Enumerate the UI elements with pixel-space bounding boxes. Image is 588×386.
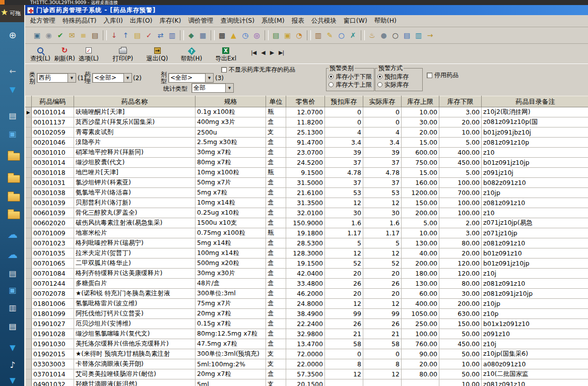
table-cell[interactable]: 00602020 <box>32 218 74 228</box>
table-cell[interactable]: 0.1g x100粒 <box>195 107 266 117</box>
radio-icon[interactable] <box>329 74 334 79</box>
table-cell[interactable]: 32.9800 <box>286 329 325 339</box>
table-cell[interactable]: 23.0700 <box>286 148 325 158</box>
chevron-down-icon[interactable]: ▼ <box>123 74 132 82</box>
row-selector[interactable] <box>26 259 32 269</box>
table-row[interactable]: 00702078★(诺和锐 特充)门冬胰岛素注射液300单位:3ml盒46.20… <box>26 289 588 299</box>
table-cell[interactable]: 3.00 <box>439 228 482 238</box>
table-cell[interactable]: 支 <box>266 349 286 359</box>
menu-item[interactable]: 查询统计(S) <box>220 17 254 25</box>
table-cell[interactable]: 20 <box>363 289 402 299</box>
menu-item[interactable]: 报表 <box>292 17 304 25</box>
table-cell[interactable]: 0.25ug x10粒 <box>195 208 266 218</box>
monitor-icon[interactable]: ▣ <box>4 285 21 295</box>
table-cell[interactable]: 150.00 <box>439 319 482 329</box>
column-header[interactable]: 库存上限 <box>402 96 439 107</box>
table-cell[interactable]: 瓶 <box>266 168 286 178</box>
table-cell[interactable]: 01902015 <box>32 349 74 359</box>
cloud-icon[interactable]: ☁ <box>4 229 21 239</box>
menu-item[interactable]: 出库(O) <box>130 17 153 25</box>
table-cell[interactable]: 50.00 <box>439 349 482 359</box>
table-cell[interactable]: z081z091z10 <box>482 238 588 248</box>
table-cell[interactable]: 450.00 <box>439 339 482 349</box>
table-cell[interactable]: 30mg x30片 <box>195 269 266 279</box>
nav-next-button[interactable]: ▶ <box>270 49 274 56</box>
title-bar[interactable]: 门诊西药房管理子系统 - [药品库存预警] <box>25 5 588 15</box>
table-cell[interactable]: 美托洛尔缓释片(倍他乐克缓释片) <box>74 339 195 349</box>
stat-type-select[interactable]: 全部 ▼ <box>191 83 234 93</box>
table-cell[interactable]: z10 <box>482 208 588 218</box>
sphere-icon[interactable]: ● <box>378 30 389 41</box>
table-row[interactable]: 04901032羟糖甘滴眼液(新泪然)5ml支20.150010.00z081z… <box>26 379 588 386</box>
globe-icon[interactable]: ◎ <box>251 30 263 41</box>
nav-first-button[interactable]: |◀ <box>251 49 256 56</box>
table-cell[interactable]: 盒 <box>266 339 286 349</box>
table-cell[interactable]: z081z091z10 <box>482 379 588 386</box>
table-cell[interactable]: 贝那普利片(洛汀新) <box>74 198 195 208</box>
table-cell[interactable]: 200.00 <box>439 299 482 309</box>
table-cell[interactable]: 50.00 <box>439 329 482 339</box>
menu-item[interactable]: 入库(I) <box>103 17 122 25</box>
table-cell[interactable]: b082z091z10 <box>482 178 588 188</box>
table-cell[interactable]: 9.1500 <box>286 168 325 178</box>
table-cell[interactable]: 150.9000 <box>286 218 325 228</box>
table-cell[interactable]: 12 <box>363 248 402 259</box>
table-cell[interactable]: 80mg:12.5mg x7粒 <box>195 329 266 339</box>
row-selector[interactable] <box>26 329 32 339</box>
table-cell[interactable]: b01z091z10 <box>482 248 588 259</box>
table-cell[interactable]: 80.00 <box>402 369 439 379</box>
stock-out-icon[interactable]: ↑ <box>120 30 132 41</box>
table-row[interactable]: 00301014缬沙坦胶囊(代文)80mg x7粒盒24.52003737750… <box>26 158 588 168</box>
monitor-icon[interactable]: ▣ <box>4 129 21 139</box>
menu-item[interactable]: 特殊药品(T) <box>62 17 96 25</box>
table-cell[interactable]: 支 <box>266 359 286 369</box>
table-cell[interactable]: 5 <box>363 238 402 248</box>
table-cell[interactable]: 20.00 <box>402 359 439 369</box>
table-cell[interactable]: 12 <box>363 198 402 208</box>
table-cell[interactable]: 28.5300 <box>286 238 325 248</box>
down-arrow-icon[interactable]: ▼ <box>4 343 21 353</box>
table-cell[interactable]: 拉米夫定片(贺普丁) <box>74 248 195 259</box>
drag-handle-panel[interactable]: ★ 可拖 <box>0 5 24 22</box>
table-cell[interactable]: 00301014 <box>32 158 74 168</box>
table-cell[interactable]: 30mg x7粒 <box>195 148 266 158</box>
table-cell[interactable]: 99 <box>325 309 363 319</box>
table-cell[interactable]: 20.00 <box>439 248 482 259</box>
table-cell[interactable]: 130.00 <box>402 279 439 289</box>
folder-icon[interactable] <box>8 175 20 183</box>
radio-icon[interactable] <box>329 82 334 87</box>
print-button[interactable]: 打印(P) <box>112 45 134 63</box>
folder-icon[interactable] <box>8 211 20 219</box>
table-row[interactable]: 00101137莫西沙星片(拜复乐)(国集采)400mg x3片盒11.8200… <box>26 117 588 127</box>
menu-item[interactable]: 处方管理 <box>30 17 55 25</box>
table-cell[interactable]: 100.00 <box>439 198 482 208</box>
row-selector[interactable] <box>26 299 32 309</box>
table-cell[interactable] <box>325 379 363 386</box>
table-cell[interactable]: 呋喃唑酮片[天津] <box>74 107 195 117</box>
menu-item[interactable]: 系统(M) <box>262 17 285 25</box>
table-cell[interactable]: 多糖蛋白片 <box>74 279 195 289</box>
table-cell[interactable]: 53 <box>325 188 363 198</box>
table-cell[interactable]: 15.00 <box>402 168 439 178</box>
table-cell[interactable]: z081z091z10 <box>482 279 588 289</box>
table-cell[interactable]: 20 <box>325 289 363 299</box>
table-cell[interactable]: 200.00 <box>402 208 439 218</box>
table-row[interactable]: 00701084格列齐特缓释片(达美康缓释片)30mg x30片盒42.0400… <box>26 269 588 279</box>
table-cell[interactable]: 盒 <box>266 369 286 379</box>
table-cell[interactable]: z10(二批国家监 <box>482 369 588 379</box>
table-cell[interactable]: 5ml <box>195 379 266 386</box>
table-cell[interactable]: 盒 <box>266 188 286 198</box>
table-cell[interactable]: 盒 <box>266 117 286 127</box>
table-cell[interactable]: 5mg x7粒 <box>195 188 266 198</box>
table-cell[interactable]: 19.1500 <box>286 259 325 269</box>
table-cell[interactable]: 20mg x7粒 <box>195 369 266 379</box>
table-cell[interactable]: 58 <box>325 339 363 349</box>
table-cell[interactable]: 青霉素皮试剂 <box>74 127 195 138</box>
table-row[interactable]: 00102059青霉素皮试剂2500u支25.13004420.0010.00b… <box>26 127 588 138</box>
table-cell[interactable]: 12 <box>325 198 363 208</box>
table-cell[interactable]: 30 <box>363 208 402 218</box>
table-cell[interactable]: 37 <box>363 158 402 168</box>
table-cell[interactable]: 00301018 <box>32 168 74 178</box>
table-cell[interactable]: 400.00 <box>439 148 482 158</box>
table-cell[interactable]: 400.00 <box>402 299 439 309</box>
